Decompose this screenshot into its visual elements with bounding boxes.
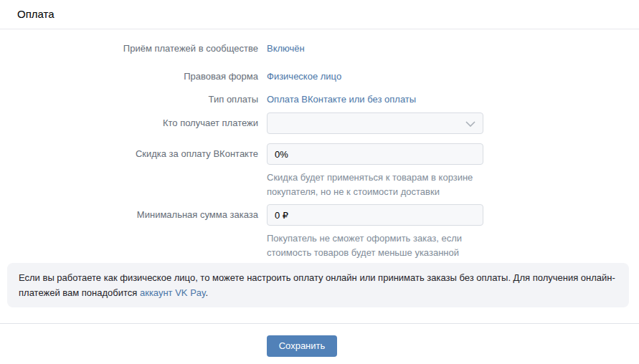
footer-actions: Сохранить	[0, 324, 639, 357]
field-label: Минимальная сумма заказа	[0, 204, 258, 222]
form-row-discount: Скидка за оплату ВКонтакте Скидка будет …	[0, 143, 639, 199]
chevron-down-icon	[465, 121, 475, 127]
legal-form-link[interactable]: Физическое лицо	[267, 71, 341, 82]
payment-settings-form: Приём платежей в сообществе Включён Прав…	[0, 29, 639, 357]
payment-receiver-select[interactable]	[267, 112, 483, 134]
payment-type-link[interactable]: Оплата ВКонтакте или без оплаты	[267, 94, 416, 105]
vk-pay-account-link[interactable]: аккаунт VK Pay	[140, 287, 206, 298]
form-row-legal-form: Правовая форма Физическое лицо	[0, 70, 639, 84]
payments-status-link[interactable]: Включён	[267, 43, 305, 54]
info-text-after: .	[206, 287, 209, 298]
discount-input[interactable]	[267, 143, 483, 165]
min-order-sum-input[interactable]	[267, 204, 483, 226]
min-order-hint: Покупатель не сможет оформить заказ, есл…	[267, 231, 491, 260]
field-label: Тип оплаты	[0, 92, 258, 107]
page-header: Оплата	[0, 0, 639, 29]
page-title: Оплата	[17, 8, 622, 21]
info-box: Если вы работаете как физическое лицо, т…	[7, 263, 629, 307]
field-label: Кто получает платежи	[0, 112, 258, 130]
form-row-payment-type: Тип оплаты Оплата ВКонтакте или без опла…	[0, 92, 639, 107]
info-text: Если вы работаете как физическое лицо, т…	[19, 272, 615, 298]
field-label: Правовая форма	[0, 70, 258, 84]
form-row-payment-receiver: Кто получает платежи	[0, 112, 639, 134]
field-label: Скидка за оплату ВКонтакте	[0, 143, 258, 161]
field-label: Приём платежей в сообществе	[0, 42, 258, 56]
save-button[interactable]: Сохранить	[267, 335, 338, 357]
form-row-min-order: Минимальная сумма заказа Покупатель не с…	[0, 204, 639, 260]
form-row-payments-status: Приём платежей в сообществе Включён	[0, 42, 639, 56]
discount-hint: Скидка будет применяться к товарам в кор…	[267, 171, 491, 199]
